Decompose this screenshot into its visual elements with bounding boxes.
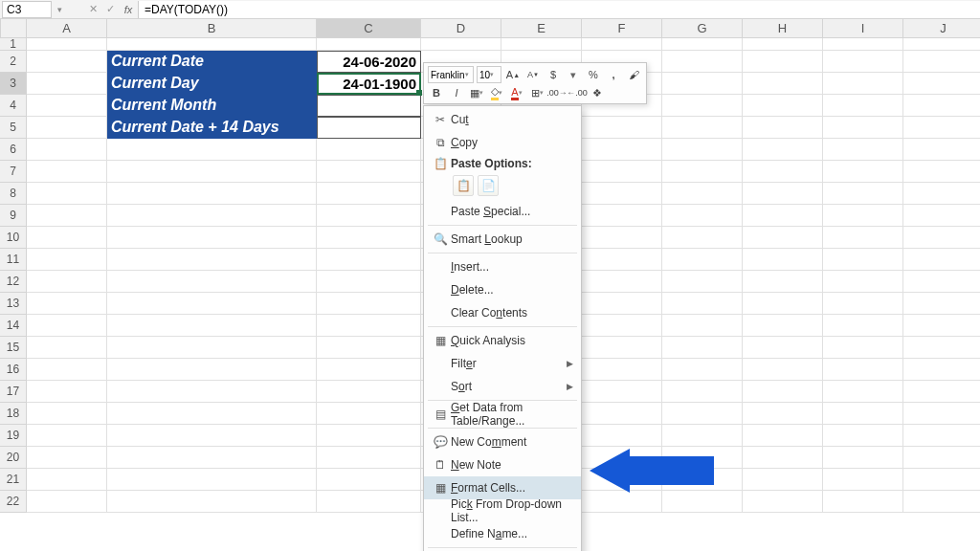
row-header-7[interactable]: 7 — [0, 161, 27, 183]
cell[interactable] — [421, 38, 501, 51]
cell[interactable] — [27, 315, 107, 337]
cell-C4[interactable] — [317, 95, 421, 117]
cell[interactable] — [662, 249, 743, 271]
cell-C3-active[interactable]: 24-01-1900 — [317, 73, 421, 95]
cell[interactable] — [823, 337, 903, 359]
cell[interactable] — [27, 117, 107, 139]
cell[interactable] — [823, 51, 903, 73]
decrease-font-button[interactable]: A▼ — [524, 67, 542, 82]
menu-quick-analysis[interactable]: ▦Quick Analysis — [424, 329, 581, 352]
cell[interactable] — [823, 183, 903, 205]
cell[interactable] — [743, 205, 823, 227]
cell[interactable] — [903, 51, 980, 73]
cell[interactable] — [903, 227, 980, 249]
cell[interactable] — [317, 315, 421, 337]
cell[interactable] — [107, 161, 317, 183]
cell[interactable] — [27, 73, 107, 95]
cell[interactable] — [662, 161, 743, 183]
menu-sort[interactable]: Sort▶ — [424, 375, 581, 398]
cell[interactable] — [27, 51, 107, 73]
cell[interactable] — [317, 293, 421, 315]
cell[interactable] — [823, 469, 903, 491]
cell[interactable] — [903, 117, 980, 139]
cell[interactable] — [662, 337, 743, 359]
select-all-corner[interactable] — [0, 19, 27, 38]
cell[interactable] — [903, 359, 980, 381]
row-header-12[interactable]: 12 — [0, 271, 27, 293]
cancel-formula-icon[interactable]: ✕ — [84, 3, 101, 15]
decrease-decimal-button[interactable]: ←.00 — [568, 85, 586, 100]
cell[interactable] — [662, 95, 743, 117]
cell[interactable] — [823, 381, 903, 403]
cell[interactable] — [662, 403, 743, 425]
formula-input[interactable]: =DAY(TODAY()) — [138, 1, 980, 18]
increase-decimal-button[interactable]: .00→ — [548, 85, 566, 100]
cell[interactable] — [582, 425, 662, 447]
cell[interactable] — [662, 38, 743, 51]
cell[interactable] — [662, 293, 743, 315]
cell[interactable] — [743, 117, 823, 139]
cell[interactable] — [107, 315, 317, 337]
menu-clear-contents[interactable]: Clear Contents — [424, 301, 581, 324]
name-box[interactable]: C3 — [2, 1, 52, 18]
cell[interactable] — [662, 491, 743, 513]
cell[interactable] — [743, 315, 823, 337]
cell[interactable] — [317, 161, 421, 183]
row-header-22[interactable]: 22 — [0, 491, 27, 513]
cell[interactable] — [27, 403, 107, 425]
menu-new-comment[interactable]: 💬New Comment — [424, 430, 581, 453]
row-header-4[interactable]: 4 — [0, 95, 27, 117]
cell[interactable] — [582, 117, 662, 139]
cell[interactable] — [107, 381, 317, 403]
cell[interactable] — [317, 491, 421, 513]
column-header-F[interactable]: F — [582, 19, 662, 38]
cell[interactable] — [317, 271, 421, 293]
column-header-B[interactable]: B — [107, 19, 317, 38]
fill-color-button[interactable]: ◇▾ — [488, 85, 505, 100]
row-header-5[interactable]: 5 — [0, 117, 27, 139]
cell[interactable] — [27, 139, 107, 161]
cell[interactable] — [823, 205, 903, 227]
cell[interactable] — [662, 315, 743, 337]
cell[interactable] — [823, 38, 903, 51]
menu-smart-lookup[interactable]: 🔍Smart Lookup — [424, 228, 581, 251]
cell[interactable] — [743, 359, 823, 381]
row-header-17[interactable]: 17 — [0, 381, 27, 403]
italic-button[interactable]: I — [448, 85, 465, 100]
cell[interactable] — [27, 447, 107, 469]
cell[interactable] — [662, 227, 743, 249]
cell[interactable] — [27, 205, 107, 227]
cell[interactable] — [27, 271, 107, 293]
cell-B5[interactable]: Current Date + 14 Days — [107, 117, 317, 139]
cell[interactable] — [823, 73, 903, 95]
cell[interactable] — [903, 38, 980, 51]
cell[interactable] — [823, 447, 903, 469]
cell[interactable] — [27, 491, 107, 513]
cell[interactable] — [107, 403, 317, 425]
cell[interactable] — [317, 249, 421, 271]
cell[interactable] — [903, 271, 980, 293]
cell[interactable] — [317, 337, 421, 359]
font-color-button[interactable]: A▾ — [508, 85, 525, 100]
cell[interactable] — [27, 469, 107, 491]
cell[interactable] — [582, 381, 662, 403]
menu-pick-from-list[interactable]: Pick From Drop-down List... — [424, 499, 581, 522]
menu-copy[interactable]: ⧉Copy — [424, 131, 581, 154]
column-header-I[interactable]: I — [823, 19, 903, 38]
cell[interactable] — [743, 469, 823, 491]
cell[interactable] — [582, 337, 662, 359]
cell[interactable] — [317, 359, 421, 381]
row-header-8[interactable]: 8 — [0, 183, 27, 205]
accept-formula-icon[interactable]: ✓ — [101, 3, 119, 15]
percent-format-button[interactable]: % — [585, 67, 602, 82]
cell[interactable] — [903, 315, 980, 337]
cell[interactable] — [582, 161, 662, 183]
cell[interactable] — [823, 227, 903, 249]
cell[interactable] — [823, 139, 903, 161]
cell[interactable] — [107, 447, 317, 469]
cell[interactable] — [27, 183, 107, 205]
cell[interactable] — [582, 315, 662, 337]
cell[interactable] — [27, 425, 107, 447]
cell[interactable] — [903, 337, 980, 359]
cell-B2[interactable]: Current Date — [107, 51, 317, 73]
